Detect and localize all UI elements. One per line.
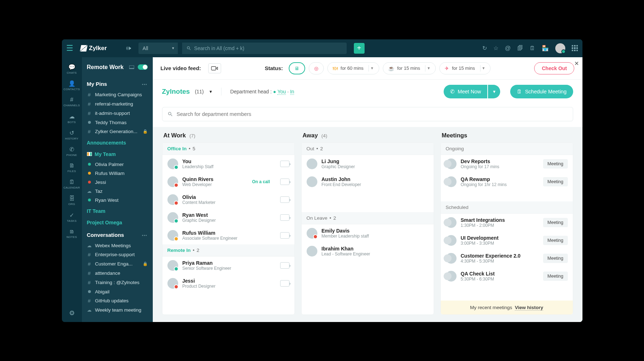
search-filter-dropdown[interactable]: All xyxy=(138,43,178,54)
live-feed-camera-button[interactable] xyxy=(208,63,221,73)
meeting-row[interactable]: Smart Integrations1:30PM - 2:00PM Meetin… xyxy=(441,214,573,231)
person-row[interactable]: YouLeadership Staff xyxy=(162,155,294,173)
meeting-row[interactable]: Dev ReportsOngoing for 17 mins Meeting xyxy=(441,155,573,173)
sidebar-item[interactable]: Jessi xyxy=(87,178,148,187)
person-row[interactable]: JessiProduct Designer xyxy=(162,274,294,292)
sidebar-item[interactable]: ☁Taz xyxy=(87,187,148,196)
camera-icon[interactable] xyxy=(280,262,289,269)
camera-icon[interactable] xyxy=(280,214,289,221)
remote-toggle[interactable] xyxy=(138,64,148,70)
close-icon[interactable]: ✕ xyxy=(574,60,579,67)
meet-now-button[interactable]: ✆Meet Now xyxy=(444,85,487,98)
refresh-icon[interactable]: ↻ xyxy=(482,45,487,52)
clipboard-icon[interactable]: 🗐 xyxy=(517,45,523,52)
status-pill[interactable]: 🍽for 60 mins▼ xyxy=(327,62,379,74)
rail-item-org[interactable]: 🗄ORG xyxy=(64,192,80,209)
status-pill[interactable]: ☕for 15 mins▼ xyxy=(383,62,436,74)
person-row[interactable]: Austin JohnFront End Developer xyxy=(302,173,434,191)
speaker-icon[interactable]: 🕪 xyxy=(126,45,131,52)
user-avatar[interactable] xyxy=(555,43,565,53)
rail-item-history[interactable]: ↺HISTORY xyxy=(64,127,80,143)
meeting-button[interactable]: Meeting xyxy=(543,177,567,186)
person-row[interactable]: Quinn RiversWeb DeveloperOn a call xyxy=(162,173,294,191)
status-pill[interactable]: ◎ xyxy=(309,62,324,74)
schedule-meeting-button[interactable]: 🗓Schedule Meeting xyxy=(510,85,573,98)
department-dropdown-icon[interactable]: ▼ xyxy=(209,89,213,94)
add-button[interactable]: + xyxy=(354,43,365,54)
project-omega-link[interactable]: Project Omega xyxy=(82,217,153,228)
rail-item-channels[interactable]: #CHANNELS xyxy=(64,94,80,110)
star-icon[interactable]: ☆ xyxy=(493,45,498,52)
calendar-icon[interactable]: 🗓 xyxy=(530,45,535,52)
meeting-button[interactable]: Meeting xyxy=(543,272,567,281)
status-pill[interactable]: ✈for 15 mins▼ xyxy=(439,62,491,74)
sidebar-item[interactable]: #Marketing Campaigns xyxy=(87,90,148,99)
sidebar-item[interactable]: #Training : @Zylnotes xyxy=(87,278,148,287)
rail-item-bots[interactable]: ☁BOTS xyxy=(64,110,80,127)
person-row[interactable]: Emily DavisMember Leadership staff xyxy=(302,224,434,242)
person-row[interactable]: Priya RamanSenior Software Engineer xyxy=(162,257,294,274)
rail-item-notes[interactable]: 🗈NOTES xyxy=(64,225,80,242)
person-row[interactable]: Ryan WestGraphic Designer xyxy=(162,209,294,226)
status-pill[interactable]: 🖥 xyxy=(289,62,305,74)
rail-item-files[interactable]: 🗎FILES xyxy=(64,160,80,176)
brand[interactable]: Zylker xyxy=(80,45,107,52)
rail-item-tasks[interactable]: ✓TASKS xyxy=(64,209,80,225)
it-team-link[interactable]: IT Team xyxy=(82,205,153,217)
person-row[interactable]: Ibrahim KhanLead - Software Engineer xyxy=(302,242,434,260)
sidebar-item[interactable]: #it-admin-support xyxy=(87,109,148,118)
apps-grid-icon[interactable] xyxy=(572,45,578,52)
sidebar-item[interactable]: Rufus William xyxy=(87,169,148,178)
chevron-down-icon[interactable]: ▼ xyxy=(427,66,430,70)
sidebar-item[interactable]: #GitHub updates xyxy=(87,296,148,306)
monitor-icon[interactable] xyxy=(129,65,134,69)
department-search[interactable] xyxy=(162,107,573,121)
sidebar-item[interactable]: #Customer Enga...🔒 xyxy=(87,259,148,269)
department-search-input[interactable] xyxy=(177,111,568,117)
sidebar-item[interactable]: Teddy Thomas xyxy=(87,118,148,127)
view-history-link[interactable]: View history xyxy=(515,305,543,311)
camera-icon[interactable] xyxy=(280,280,289,287)
camera-icon[interactable] xyxy=(280,161,289,167)
pins-menu-icon[interactable]: ⋯ xyxy=(142,81,148,87)
camera-icon[interactable] xyxy=(280,179,289,185)
sidebar-item[interactable]: ☁Webex Meetings xyxy=(87,241,148,250)
settings-icon[interactable]: ⚙ xyxy=(69,309,75,317)
meeting-button[interactable]: Meeting xyxy=(543,159,567,169)
meet-now-dropdown[interactable]: ▼ xyxy=(488,85,500,98)
person-row[interactable]: Li JungGraphic Designer xyxy=(302,155,434,173)
mention-icon[interactable]: @ xyxy=(505,45,511,52)
camera-icon[interactable] xyxy=(280,232,289,239)
store-icon[interactable]: 🏪 xyxy=(542,45,549,52)
sidebar-item[interactable]: #referral-marketing xyxy=(87,99,148,109)
rail-item-contacts[interactable]: 👤CONTACTS xyxy=(64,77,80,94)
sidebar-item[interactable]: #Enterprise-support xyxy=(87,250,148,259)
global-search-input[interactable] xyxy=(194,45,342,51)
sidebar-item[interactable]: #atttendance xyxy=(87,269,148,278)
rail-item-chats[interactable]: 💬CHATS xyxy=(64,61,80,77)
person-row[interactable]: OliviaContent Marketer xyxy=(162,191,294,209)
rail-item-phone[interactable]: ✆PHONE xyxy=(64,143,80,160)
check-out-button[interactable]: Check Out xyxy=(534,62,574,74)
meeting-button[interactable]: Meeting xyxy=(543,236,567,245)
meeting-button[interactable]: Meeting xyxy=(543,218,567,227)
meeting-row[interactable]: QA Check List5:30PM - 6:30PM Meeting xyxy=(441,267,573,285)
chevron-down-icon[interactable]: ▼ xyxy=(482,66,486,70)
sidebar-item[interactable]: ☁Weekly team meeting xyxy=(87,306,148,314)
meeting-row[interactable]: UI Development3:00PM - 3:30PM Meeting xyxy=(441,231,573,249)
sidebar-item[interactable]: Olivia Palmer xyxy=(87,160,148,169)
hamburger-icon[interactable]: ☰ xyxy=(66,44,73,53)
sidebar-item[interactable]: Ryan West xyxy=(87,196,148,205)
person-row[interactable]: Rufus WilliamAssociate Software Engineer xyxy=(162,226,294,244)
meeting-row[interactable]: Customer Experience 2.04:30PM - 5:30PM M… xyxy=(441,249,573,267)
sidebar-item[interactable]: Abigail xyxy=(87,287,148,296)
sidebar-item[interactable]: #Zylker Generation...🔒 xyxy=(87,127,148,136)
camera-icon[interactable] xyxy=(280,196,289,203)
rail-item-calendar[interactable]: 🗓CALENDAR xyxy=(64,176,80,192)
conversations-menu-icon[interactable]: ⋯ xyxy=(142,232,148,238)
meeting-button[interactable]: Meeting xyxy=(543,254,567,263)
my-team-link[interactable]: My Team xyxy=(82,148,153,160)
global-search[interactable] xyxy=(182,43,347,54)
chevron-down-icon[interactable]: ▼ xyxy=(370,66,374,70)
meeting-row[interactable]: QA RewampOngoing for 1hr 12 mins Meeting xyxy=(441,173,573,191)
